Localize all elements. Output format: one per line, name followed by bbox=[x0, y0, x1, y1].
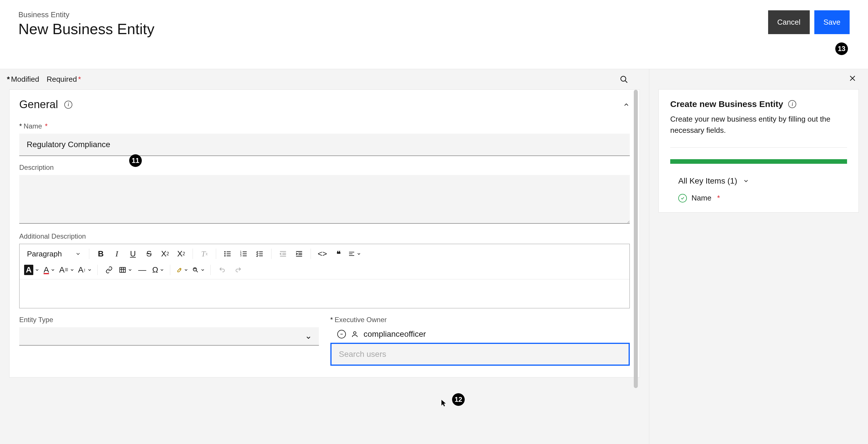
annotation-badge-11: 11 bbox=[129, 154, 142, 167]
annotation-badge-13: 13 bbox=[835, 42, 848, 55]
remove-owner-icon[interactable] bbox=[337, 330, 346, 338]
page-title: New Business Entity bbox=[19, 20, 154, 38]
number-list-button[interactable]: 123 bbox=[237, 247, 250, 260]
rte-content[interactable] bbox=[20, 279, 629, 308]
clear-format-button[interactable]: Tx bbox=[198, 247, 211, 260]
bg-color-button[interactable]: A bbox=[24, 264, 40, 276]
owner-chip: complianceofficer bbox=[330, 327, 630, 343]
bullet-list-button[interactable] bbox=[221, 247, 234, 260]
table-button[interactable] bbox=[119, 264, 133, 276]
required-indicator: * bbox=[717, 194, 720, 203]
side-panel: Create new Business Entity i Create your… bbox=[658, 89, 859, 212]
align-button[interactable] bbox=[348, 247, 361, 260]
svg-point-2 bbox=[225, 251, 225, 252]
side-description: Create your new business entity by filli… bbox=[670, 113, 847, 136]
owner-name: complianceofficer bbox=[364, 330, 426, 339]
form-column: *Modified Required* General i bbox=[0, 69, 649, 444]
legend-required: Required* bbox=[46, 75, 81, 84]
name-input[interactable] bbox=[19, 134, 630, 156]
strikethrough-button[interactable]: S bbox=[143, 247, 155, 260]
annotation-badge-12: 12 bbox=[452, 393, 465, 406]
svg-line-33 bbox=[196, 271, 198, 272]
key-items-label: All Key Items (1) bbox=[678, 176, 737, 185]
search-users-input[interactable] bbox=[330, 343, 630, 366]
section-header[interactable]: General i bbox=[9, 90, 640, 117]
scrollbar[interactable] bbox=[634, 90, 638, 388]
side-column: Create new Business Entity i Create your… bbox=[649, 69, 868, 444]
key-item-name[interactable]: Name * bbox=[678, 194, 847, 203]
indent-button[interactable] bbox=[293, 247, 305, 260]
two-column-row: Entity Type * Executive Owner bbox=[9, 311, 640, 377]
save-button[interactable]: Save bbox=[814, 10, 849, 34]
entity-type-label: Entity Type bbox=[19, 316, 53, 324]
svg-line-1 bbox=[625, 80, 627, 82]
hr-button[interactable]: — bbox=[136, 264, 149, 276]
info-icon[interactable]: i bbox=[788, 100, 796, 108]
description-label: Description bbox=[19, 164, 54, 172]
page-header: Business Entity New Business Entity Canc… bbox=[0, 0, 868, 52]
modified-indicator: * bbox=[19, 122, 22, 130]
key-items-toggle[interactable]: All Key Items (1) bbox=[678, 176, 847, 185]
body-area: *Modified Required* General i bbox=[0, 69, 868, 444]
quote-button[interactable]: ❝ bbox=[332, 247, 345, 260]
entity-type-field: Entity Type bbox=[19, 316, 319, 366]
description-field: Description bbox=[9, 159, 640, 228]
progress-bar bbox=[670, 159, 847, 164]
close-icon[interactable] bbox=[848, 74, 857, 82]
entity-type-select[interactable] bbox=[19, 327, 319, 346]
todo-list-button[interactable] bbox=[253, 247, 266, 260]
italic-button[interactable]: I bbox=[111, 247, 123, 260]
cursor-icon bbox=[441, 399, 446, 407]
svg-point-0 bbox=[621, 76, 626, 81]
breadcrumb: Business Entity bbox=[19, 10, 154, 19]
user-icon bbox=[351, 331, 359, 338]
superscript-button[interactable]: X2 bbox=[159, 247, 172, 260]
executive-owner-label: Executive Owner bbox=[335, 316, 386, 324]
undo-button[interactable] bbox=[216, 264, 228, 276]
chevron-up-icon[interactable] bbox=[623, 101, 630, 108]
svg-point-32 bbox=[193, 268, 197, 271]
rte-paragraph-select[interactable]: Paragraph bbox=[22, 247, 86, 261]
search-icon[interactable] bbox=[620, 75, 628, 84]
name-field: * Name * bbox=[9, 117, 640, 159]
check-circle-icon bbox=[678, 194, 687, 203]
underline-button[interactable]: U bbox=[127, 247, 139, 260]
rte-toolbar: Paragraph B I U S X2 X2 bbox=[20, 244, 629, 279]
modified-indicator: * bbox=[330, 316, 333, 324]
info-icon[interactable]: i bbox=[64, 101, 72, 109]
svg-point-6 bbox=[225, 255, 225, 256]
section-title: General bbox=[19, 98, 58, 111]
special-char-button[interactable]: Ω bbox=[152, 264, 165, 276]
link-button[interactable] bbox=[103, 264, 115, 276]
chevron-down-icon bbox=[743, 178, 749, 184]
highlight-button[interactable] bbox=[175, 264, 189, 276]
redo-button[interactable] bbox=[232, 264, 245, 276]
general-panel: General i * Name * bbox=[9, 90, 640, 377]
required-indicator: * bbox=[45, 122, 48, 130]
executive-owner-field: * Executive Owner complianceofficer bbox=[330, 316, 630, 366]
cancel-button[interactable]: Cancel bbox=[768, 10, 810, 34]
rich-text-editor: Paragraph B I U S X2 X2 bbox=[19, 244, 630, 308]
side-title: Create new Business Entity bbox=[670, 99, 783, 109]
additional-description-label: Additional Description bbox=[19, 232, 86, 240]
additional-description-field: Additional Description Paragraph bbox=[9, 228, 640, 311]
key-item-label: Name bbox=[691, 194, 711, 203]
font-size-button[interactable]: A↕ bbox=[78, 264, 92, 276]
legend-row: *Modified Required* bbox=[0, 69, 649, 90]
find-replace-button[interactable] bbox=[192, 264, 205, 276]
legend-modified: *Modified bbox=[7, 75, 39, 84]
svg-rect-28 bbox=[120, 267, 125, 272]
bold-button[interactable]: B bbox=[94, 247, 107, 260]
subscript-button[interactable]: X2 bbox=[175, 247, 187, 260]
name-label: Name bbox=[24, 122, 42, 130]
svg-text:3: 3 bbox=[240, 254, 241, 257]
description-textarea[interactable] bbox=[19, 175, 630, 224]
svg-point-35 bbox=[353, 332, 356, 334]
outdent-button[interactable] bbox=[277, 247, 289, 260]
svg-point-4 bbox=[225, 253, 225, 254]
text-color-button[interactable]: A bbox=[43, 264, 56, 276]
divider bbox=[670, 147, 847, 148]
code-button[interactable]: <> bbox=[316, 247, 329, 260]
font-family-button[interactable]: A≣ bbox=[59, 264, 74, 276]
